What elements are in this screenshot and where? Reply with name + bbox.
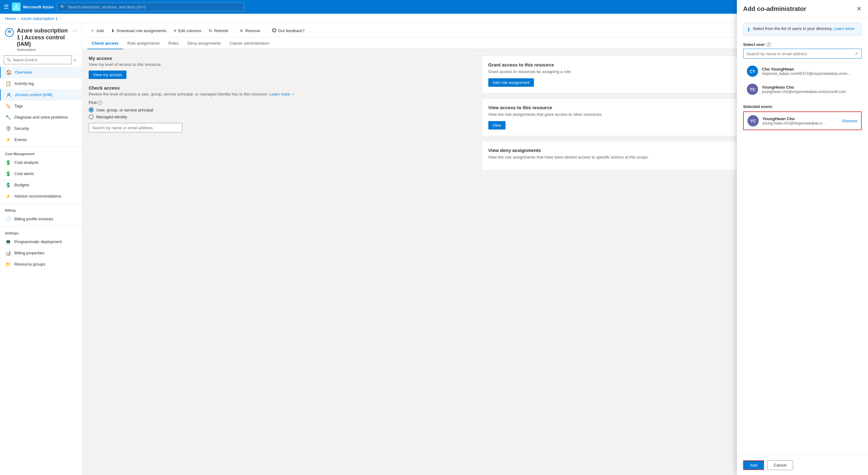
page-icon bbox=[5, 28, 14, 39]
panel-search-wrapper: ✓ bbox=[743, 49, 862, 59]
download-button[interactable]: ⬇ Download role assignments bbox=[108, 27, 169, 35]
feedback-button[interactable]: Got feedback? bbox=[269, 27, 308, 35]
panel-add-button[interactable]: Add bbox=[743, 460, 764, 470]
radio-managed-identity[interactable]: Managed identity bbox=[89, 114, 469, 119]
tab-classic-admins[interactable]: Classic administrators bbox=[225, 38, 274, 49]
panel-close-button[interactable]: ✕ bbox=[857, 5, 862, 12]
panel-search-input[interactable] bbox=[743, 49, 862, 59]
sidebar-item-label: Programmatic deployment bbox=[14, 240, 62, 244]
budgets-icon: 💲 bbox=[5, 182, 11, 188]
sidebar-item-label: Advisor recommendations bbox=[14, 194, 61, 198]
breadcrumb-separator: › bbox=[18, 16, 19, 21]
sidebar-header: Azure subscription 1 | Access control (I… bbox=[0, 24, 82, 56]
programmatic-icon: 💻 bbox=[5, 239, 11, 245]
find-label: Find i bbox=[89, 100, 469, 105]
add-button[interactable]: ＋ Add bbox=[87, 26, 107, 35]
sidebar-item-access-control[interactable]: Access control (IAM) bbox=[0, 89, 82, 100]
sidebar-item-tags[interactable]: 🏷️ Tags bbox=[0, 100, 82, 112]
download-label: Download role assignments bbox=[117, 28, 166, 33]
global-search[interactable]: 🔍 bbox=[57, 2, 244, 11]
view-my-access-button[interactable]: View my access bbox=[89, 70, 126, 79]
sidebar-divider-2 bbox=[0, 203, 82, 203]
sidebar-item-label: Activity log bbox=[14, 81, 34, 86]
feedback-label: Got feedback? bbox=[278, 28, 305, 33]
tab-roles[interactable]: Roles bbox=[164, 38, 183, 49]
panel-body: ℹ Select from the list of users in your … bbox=[737, 18, 868, 455]
collapse-sidebar-button[interactable]: « bbox=[71, 56, 79, 64]
sidebar-item-label: Overview bbox=[15, 70, 32, 74]
cost-management-section-label: Cost Management bbox=[0, 148, 82, 157]
user-info-yc: YoungHwan Cho younghwan.cho@responsekaka… bbox=[762, 85, 846, 94]
add-role-assignment-button[interactable]: Add role assignment bbox=[488, 78, 534, 87]
selected-user-email: young.hwan.cho@responsekakao.o... bbox=[763, 121, 839, 125]
user-item-younghwan-cho[interactable]: YC YoungHwan Cho younghwan.cho@responsek… bbox=[743, 81, 862, 98]
add-co-administrator-panel: Add co-administrator ✕ ℹ Select from the… bbox=[737, 0, 868, 475]
sidebar-item-label: Security bbox=[14, 126, 29, 131]
sidebar-item-cost-alerts[interactable]: 💲 Cost alerts bbox=[0, 168, 82, 180]
sidebar-item-diagnose[interactable]: 🔧 Diagnose and solve problems bbox=[0, 112, 82, 123]
panel-cancel-button[interactable]: Cancel bbox=[767, 460, 793, 470]
select-user-info-icon[interactable]: i bbox=[767, 42, 771, 47]
learn-more-link[interactable]: Learn more bbox=[270, 92, 290, 96]
sidebar-item-budgets[interactable]: 💲 Budgets bbox=[0, 180, 82, 191]
check-access-search-input[interactable] bbox=[89, 123, 182, 132]
sidebar-item-billing-properties[interactable]: 📊 Billing properties bbox=[0, 248, 82, 259]
sidebar-item-resource-groups[interactable]: 📁 Resource groups bbox=[0, 259, 82, 270]
breadcrumb-home[interactable]: Home bbox=[5, 16, 16, 21]
tab-check-access[interactable]: Check access bbox=[87, 38, 123, 49]
radio-group: User, group, or service principal Manage… bbox=[89, 107, 469, 119]
panel-learn-more-link[interactable]: Learn more bbox=[834, 26, 854, 31]
selected-user-item: YC YoungHwan Cho young.hwan.cho@response… bbox=[743, 112, 862, 130]
refresh-button[interactable]: ↻ Refresh bbox=[206, 27, 232, 35]
page-subtitle: Subscription bbox=[17, 48, 69, 52]
sidebar-item-activity-log[interactable]: 📋 Activity log bbox=[0, 78, 82, 89]
view-button[interactable]: View bbox=[488, 121, 506, 129]
my-access-desc: View my level of access to this resource… bbox=[89, 62, 469, 67]
sidebar-item-events[interactable]: ⚡ Events bbox=[0, 134, 82, 146]
user-item-cho-younghwan[interactable]: CY Cho YoungHwan response_kakao.com#EXT#… bbox=[743, 62, 862, 80]
sidebar-item-billing-invoices[interactable]: 📄 Billing profile invoices bbox=[0, 214, 82, 225]
sidebar-search[interactable]: 🔍 Search (Cmd+/) bbox=[4, 56, 71, 64]
user-email-yc: younghwan.cho@responsekakao.onmicrosoft.… bbox=[762, 90, 846, 94]
toolbar-separator bbox=[234, 27, 234, 34]
page-options-button[interactable]: ··· bbox=[72, 28, 77, 34]
selected-users-label: Selected users: bbox=[743, 104, 862, 109]
info-icon: ℹ bbox=[748, 27, 750, 32]
user-name-yc: YoungHwan Cho bbox=[762, 85, 846, 90]
sidebar-item-label: Billing profile invoices bbox=[14, 217, 53, 221]
breadcrumb-subscription[interactable]: Azure subscription 1 bbox=[21, 16, 58, 21]
sidebar-item-advisor[interactable]: ⚡ Advisor recommendations bbox=[0, 191, 82, 202]
sidebar-item-overview[interactable]: 🏠 Overview bbox=[0, 67, 82, 78]
selected-user-info: YoungHwan Cho young.hwan.cho@responsekak… bbox=[763, 117, 839, 125]
search-placeholder: Search (Cmd+/) bbox=[13, 58, 37, 62]
remove-icon: ✕ bbox=[240, 28, 243, 33]
sidebar-item-security[interactable]: 🛡️ Security bbox=[0, 123, 82, 134]
sidebar-item-programmatic[interactable]: 💻 Programmatic deployment bbox=[0, 236, 82, 248]
sidebar-item-label: Budgets bbox=[14, 183, 29, 187]
select-user-label: Select user i bbox=[743, 42, 862, 47]
find-info-icon[interactable]: i bbox=[98, 100, 102, 105]
search-icon: 🔍 bbox=[6, 58, 11, 62]
edit-columns-button[interactable]: ≡ Edit columns bbox=[171, 27, 205, 35]
remove-user-link[interactable]: Remove bbox=[842, 119, 857, 123]
add-label: Add bbox=[96, 28, 104, 33]
remove-button[interactable]: ✕ Remove bbox=[237, 27, 263, 35]
billing-properties-icon: 📊 bbox=[5, 250, 11, 256]
download-icon: ⬇ bbox=[111, 28, 115, 33]
sidebar-item-cost-analysis[interactable]: 💲 Cost analysis bbox=[0, 157, 82, 168]
tab-deny-assignments[interactable]: Deny assignments bbox=[183, 38, 225, 49]
tags-icon: 🏷️ bbox=[5, 103, 11, 109]
app-name: Microsoft Azure bbox=[23, 5, 54, 9]
user-list: CY Cho YoungHwan response_kakao.com#EXT#… bbox=[743, 62, 862, 98]
tab-role-assignments[interactable]: Role assignments bbox=[123, 38, 164, 49]
search-input[interactable] bbox=[68, 5, 241, 9]
radio-label: Managed identity bbox=[96, 115, 127, 119]
sidebar-item-label: Diagnose and solve problems bbox=[14, 115, 68, 120]
my-access-title: My access bbox=[89, 56, 469, 61]
settings-section-label: Settings bbox=[0, 227, 82, 236]
events-icon: ⚡ bbox=[5, 137, 11, 143]
check-access-left-panel: My access View my level of access to thi… bbox=[83, 49, 475, 475]
hamburger-menu-icon[interactable]: ☰ bbox=[4, 3, 9, 10]
user-name-cy: Cho YoungHwan bbox=[762, 67, 850, 71]
radio-user-principal[interactable]: User, group, or service principal bbox=[89, 107, 469, 113]
